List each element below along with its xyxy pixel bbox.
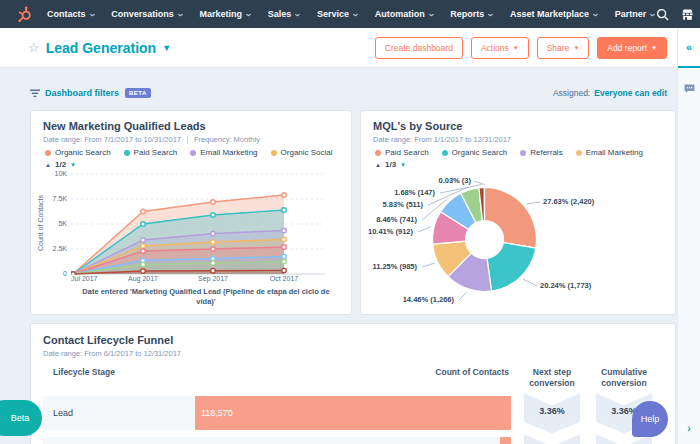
nav-item-label: Service	[317, 9, 349, 19]
legend-item-organic-social[interactable]: Organic Social	[271, 148, 333, 157]
funnel-bar[interactable]	[195, 396, 511, 430]
legend-dot-icon	[124, 150, 130, 156]
legend-item-paid-search[interactable]: Paid Search	[375, 148, 429, 157]
chevron-down-icon: ▼	[651, 45, 657, 51]
nav-item-reports[interactable]: Reports⌄	[450, 9, 494, 19]
legend-pager: ▲ 1/3 ▼	[375, 160, 675, 169]
chevron-down-icon: ▼	[573, 45, 579, 51]
col-next-step-conversion: Next step conversion	[521, 367, 583, 388]
search-icon[interactable]	[656, 8, 669, 21]
donut-legend: Paid SearchOrganic SearchReferralsEmail …	[375, 148, 675, 157]
nav-item-asset-marketplace[interactable]: Asset Marketplace⌄	[510, 9, 599, 19]
filter-list-icon[interactable]	[30, 84, 40, 102]
beta-badge: BETA	[125, 88, 151, 98]
nav-item-marketing[interactable]: Marketing⌄	[199, 9, 251, 19]
pager-down-icon[interactable]: ▼	[400, 162, 406, 168]
nav-item-contacts[interactable]: Contacts⌄	[47, 9, 95, 19]
bar-area: 3,984	[195, 437, 511, 444]
collapse-panel-icon[interactable]: «	[686, 41, 692, 53]
report-card-mqls-by-source: MQL's by Source Date range: From 1/1/201…	[360, 110, 676, 315]
pager-down-icon[interactable]: ▼	[70, 162, 76, 168]
beta-tab[interactable]: Beta	[0, 400, 42, 436]
chevron-down-icon: ⌄	[591, 12, 600, 16]
x-tick-label: Sep 2017	[198, 275, 228, 282]
subtitle-divider	[187, 136, 188, 144]
stage-label: Marketing Qualified Lead	[43, 437, 195, 444]
pager-up-icon[interactable]: ▲	[45, 162, 51, 168]
dashboard-content: Dashboard filters BETA Assigned: Everyon…	[0, 68, 677, 444]
legend-pager: ▲ 1/2 ▼	[45, 160, 351, 169]
nav-item-partner[interactable]: Partner⌄	[615, 9, 656, 19]
actions-button[interactable]: Actions▼	[471, 37, 529, 59]
chevron-down-icon: ⌄	[427, 12, 436, 16]
marketplace-icon[interactable]	[681, 8, 694, 21]
button-label: Create dashboard	[385, 43, 453, 53]
trend-legend: Organic SearchPaid SearchEmail Marketing…	[45, 148, 351, 157]
report-title[interactable]: Contact Lifecycle Funnel	[43, 334, 663, 346]
hubspot-logo-icon[interactable]	[16, 6, 33, 23]
legend-dot-icon	[520, 150, 526, 156]
dashboard-filters-link[interactable]: Dashboard filters	[45, 88, 119, 98]
share-button[interactable]: Share▼	[537, 37, 590, 59]
nav-menu: Contacts⌄Conversations⌄Marketing⌄Sales⌄S…	[47, 9, 656, 19]
legend-item-organic-search[interactable]: Organic Search	[45, 148, 111, 157]
y-tick-label: 10K	[55, 170, 67, 177]
favorite-star-icon[interactable]: ☆	[28, 40, 40, 55]
x-tick-label: Jul 2017	[71, 275, 97, 282]
x-tick-label: Aug 2017	[128, 275, 158, 282]
x-tick-label: Oct 2017	[270, 275, 298, 282]
report-subtitle: Date range: From 7/1/2017 to 10/31/2017 …	[43, 135, 339, 144]
report-title[interactable]: MQL's by Source	[373, 120, 663, 132]
funnel-row-lead: Lead118,5703.36%3.36%	[43, 396, 663, 430]
report-title[interactable]: New Marketing Qualified Leads	[43, 120, 339, 132]
chevron-badge: 42.22%	[524, 434, 580, 444]
legend-item-email-marketing[interactable]: Email Marketing	[576, 148, 643, 157]
funnel-bar[interactable]	[500, 437, 511, 444]
header-buttons: Create dashboardActions▼Share▼Add report…	[375, 37, 667, 59]
legend-item-paid-search[interactable]: Paid Search	[124, 148, 178, 157]
count-value: 118,570	[201, 396, 233, 430]
funnel-table-header: Lifecycle Stage Count of Contacts Next s…	[43, 367, 663, 388]
help-button[interactable]: Help	[632, 401, 668, 437]
title-dropdown-icon[interactable]: ▼	[162, 43, 171, 53]
legend-label: Referrals	[530, 148, 562, 157]
legend-dot-icon	[576, 150, 582, 156]
legend-dot-icon	[45, 150, 51, 156]
nav-item-label: Contacts	[47, 9, 86, 19]
stage-label: Lead	[43, 396, 195, 430]
legend-item-referrals[interactable]: Referrals	[520, 148, 562, 157]
legend-label: Paid Search	[134, 148, 178, 157]
pager-page: 1/3	[385, 160, 396, 169]
chevron-badge: 3.36%	[524, 393, 580, 433]
report-subtitle: Date range: From 1/1/2017 to 12/31/2017	[373, 135, 663, 144]
y-tick-label: 5K	[58, 220, 67, 227]
y-axis-ticks: 02.5K5K7.5K10K	[47, 171, 71, 275]
count-value: 3,984	[472, 437, 495, 444]
expand-panel-icon[interactable]: ›	[678, 423, 700, 434]
chevron-down-icon: ⌄	[486, 12, 495, 16]
y-axis-title: Count of Contacts	[37, 171, 47, 275]
comments-icon[interactable]	[678, 84, 700, 94]
create-dashboard-button[interactable]: Create dashboard	[375, 37, 463, 59]
chevron-down-icon: ⌄	[88, 12, 97, 16]
legend-item-email-marketing[interactable]: Email Marketing	[190, 148, 257, 157]
nav-item-label: Sales	[268, 9, 292, 19]
nav-item-conversations[interactable]: Conversations⌄	[111, 9, 183, 19]
page-title: Lead Generation	[46, 40, 156, 56]
funnel-row-strip: Lead118,570	[43, 396, 511, 430]
legend-label: Organic Search	[452, 148, 508, 157]
chevron-down-icon: ⌄	[648, 12, 657, 16]
y-tick-label: 2.5K	[53, 245, 67, 252]
pager-up-icon[interactable]: ▲	[375, 162, 381, 168]
next-step-badge: 3.36%	[521, 396, 583, 430]
legend-label: Organic Social	[281, 148, 333, 157]
add-report-button[interactable]: Add report▼	[597, 37, 667, 59]
assigned-link[interactable]: Everyone can edit	[594, 88, 667, 98]
assigned-label: Assigned:	[553, 88, 590, 98]
nav-item-automation[interactable]: Automation⌄	[375, 9, 435, 19]
donut-chart: 27.63% (2,420)20.24% (1,773)14.46% (1,26…	[361, 169, 675, 319]
nav-item-service[interactable]: Service⌄	[317, 9, 359, 19]
collapsed-sidebar: « ›	[677, 28, 700, 444]
nav-item-sales[interactable]: Sales⌄	[268, 9, 301, 19]
legend-item-organic-search[interactable]: Organic Search	[442, 148, 508, 157]
